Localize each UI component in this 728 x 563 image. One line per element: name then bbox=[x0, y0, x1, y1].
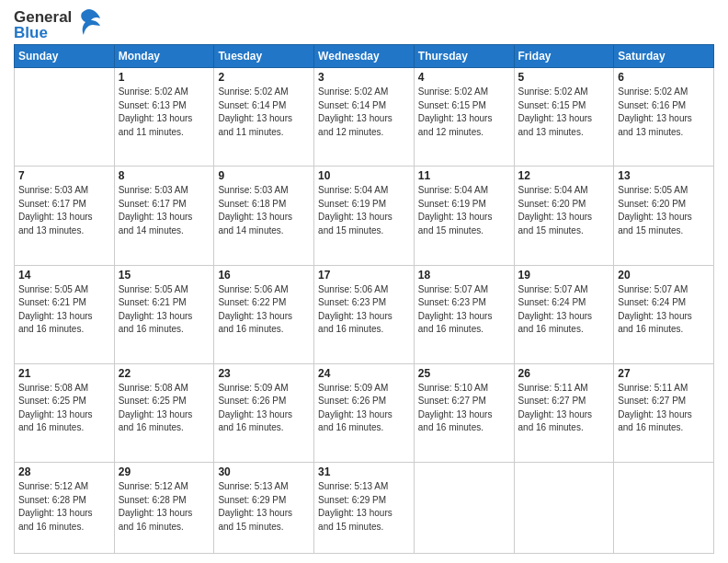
day-number: 19 bbox=[518, 269, 610, 282]
day-number: 17 bbox=[318, 269, 410, 282]
day-info: Sunrise: 5:07 AMSunset: 6:24 PMDaylight:… bbox=[618, 283, 710, 337]
day-number: 23 bbox=[218, 367, 310, 380]
calendar-cell: 15Sunrise: 5:05 AMSunset: 6:21 PMDayligh… bbox=[114, 265, 214, 363]
day-number: 6 bbox=[618, 71, 710, 84]
day-number: 14 bbox=[18, 269, 110, 282]
calendar-cell: 20Sunrise: 5:07 AMSunset: 6:24 PMDayligh… bbox=[614, 265, 714, 363]
day-number: 3 bbox=[318, 71, 410, 84]
day-info: Sunrise: 5:11 AMSunset: 6:27 PMDaylight:… bbox=[618, 382, 710, 435]
calendar-cell: 1Sunrise: 5:02 AMSunset: 6:13 PMDaylight… bbox=[114, 68, 214, 167]
day-number: 10 bbox=[318, 169, 410, 182]
day-number: 15 bbox=[119, 269, 210, 282]
calendar-cell: 9Sunrise: 5:03 AMSunset: 6:18 PMDaylight… bbox=[214, 167, 314, 265]
calendar-cell bbox=[15, 68, 115, 167]
day-info: Sunrise: 5:06 AMSunset: 6:22 PMDaylight:… bbox=[218, 283, 310, 337]
day-number: 26 bbox=[518, 367, 610, 380]
day-number: 7 bbox=[18, 169, 110, 182]
calendar-cell: 17Sunrise: 5:06 AMSunset: 6:23 PMDayligh… bbox=[314, 265, 415, 363]
calendar-cell: 3Sunrise: 5:02 AMSunset: 6:14 PMDaylight… bbox=[314, 68, 415, 167]
day-info: Sunrise: 5:05 AMSunset: 6:21 PMDaylight:… bbox=[119, 283, 210, 337]
calendar-cell: 19Sunrise: 5:07 AMSunset: 6:24 PMDayligh… bbox=[514, 265, 614, 363]
calendar-cell: 5Sunrise: 5:02 AMSunset: 6:15 PMDaylight… bbox=[514, 68, 614, 167]
calendar-cell: 29Sunrise: 5:12 AMSunset: 6:28 PMDayligh… bbox=[114, 463, 214, 554]
day-number: 20 bbox=[618, 269, 710, 282]
day-info: Sunrise: 5:12 AMSunset: 6:28 PMDaylight:… bbox=[119, 480, 210, 534]
day-number: 5 bbox=[518, 71, 610, 84]
day-number: 16 bbox=[218, 269, 310, 282]
calendar-cell: 12Sunrise: 5:04 AMSunset: 6:20 PMDayligh… bbox=[514, 167, 614, 265]
calendar-cell: 7Sunrise: 5:03 AMSunset: 6:17 PMDaylight… bbox=[15, 167, 115, 265]
day-number: 22 bbox=[119, 367, 210, 380]
calendar-cell: 21Sunrise: 5:08 AMSunset: 6:25 PMDayligh… bbox=[15, 363, 115, 462]
logo: General Blue bbox=[14, 9, 102, 40]
day-info: Sunrise: 5:03 AMSunset: 6:17 PMDaylight:… bbox=[119, 184, 210, 237]
day-info: Sunrise: 5:05 AMSunset: 6:20 PMDaylight:… bbox=[618, 184, 710, 237]
day-number: 28 bbox=[18, 465, 110, 478]
calendar-week-row: 14Sunrise: 5:05 AMSunset: 6:21 PMDayligh… bbox=[15, 265, 714, 363]
calendar-cell: 11Sunrise: 5:04 AMSunset: 6:19 PMDayligh… bbox=[414, 167, 514, 265]
calendar-cell: 23Sunrise: 5:09 AMSunset: 6:26 PMDayligh… bbox=[214, 363, 314, 462]
calendar-cell: 10Sunrise: 5:04 AMSunset: 6:19 PMDayligh… bbox=[314, 167, 415, 265]
calendar-cell: 24Sunrise: 5:09 AMSunset: 6:26 PMDayligh… bbox=[314, 363, 415, 462]
calendar-week-row: 1Sunrise: 5:02 AMSunset: 6:13 PMDaylight… bbox=[15, 68, 714, 167]
day-number: 4 bbox=[418, 71, 510, 84]
calendar-cell: 16Sunrise: 5:06 AMSunset: 6:22 PMDayligh… bbox=[214, 265, 314, 363]
day-info: Sunrise: 5:02 AMSunset: 6:14 PMDaylight:… bbox=[318, 86, 410, 139]
calendar-cell: 6Sunrise: 5:02 AMSunset: 6:16 PMDaylight… bbox=[614, 68, 714, 167]
col-header-thursday: Thursday bbox=[414, 45, 514, 68]
calendar-cell: 2Sunrise: 5:02 AMSunset: 6:14 PMDaylight… bbox=[214, 68, 314, 167]
calendar-cell: 31Sunrise: 5:13 AMSunset: 6:29 PMDayligh… bbox=[314, 463, 415, 554]
day-info: Sunrise: 5:09 AMSunset: 6:26 PMDaylight:… bbox=[218, 382, 310, 435]
day-info: Sunrise: 5:03 AMSunset: 6:18 PMDaylight:… bbox=[218, 184, 310, 237]
day-info: Sunrise: 5:04 AMSunset: 6:19 PMDaylight:… bbox=[418, 184, 510, 237]
calendar-cell bbox=[514, 463, 614, 554]
day-info: Sunrise: 5:13 AMSunset: 6:29 PMDaylight:… bbox=[318, 480, 410, 534]
day-number: 27 bbox=[618, 367, 710, 380]
day-info: Sunrise: 5:02 AMSunset: 6:14 PMDaylight:… bbox=[218, 86, 310, 139]
calendar-week-row: 7Sunrise: 5:03 AMSunset: 6:17 PMDaylight… bbox=[15, 167, 714, 265]
day-info: Sunrise: 5:02 AMSunset: 6:15 PMDaylight:… bbox=[418, 86, 510, 139]
calendar-week-row: 21Sunrise: 5:08 AMSunset: 6:25 PMDayligh… bbox=[15, 363, 714, 462]
col-header-monday: Monday bbox=[114, 45, 214, 68]
day-info: Sunrise: 5:08 AMSunset: 6:25 PMDaylight:… bbox=[119, 382, 210, 435]
day-number: 9 bbox=[218, 169, 310, 182]
col-header-saturday: Saturday bbox=[614, 45, 714, 68]
day-number: 31 bbox=[318, 465, 410, 478]
day-info: Sunrise: 5:12 AMSunset: 6:28 PMDaylight:… bbox=[18, 480, 110, 534]
calendar-cell: 18Sunrise: 5:07 AMSunset: 6:23 PMDayligh… bbox=[414, 265, 514, 363]
day-info: Sunrise: 5:06 AMSunset: 6:23 PMDaylight:… bbox=[318, 283, 410, 337]
page: General Blue SundayMondayTuesdayWednesda… bbox=[0, 0, 728, 563]
day-number: 8 bbox=[119, 169, 210, 182]
day-info: Sunrise: 5:09 AMSunset: 6:26 PMDaylight:… bbox=[318, 382, 410, 435]
logo-blue: Blue bbox=[14, 25, 72, 40]
day-number: 2 bbox=[218, 71, 310, 84]
calendar-cell: 28Sunrise: 5:12 AMSunset: 6:28 PMDayligh… bbox=[15, 463, 115, 554]
calendar-cell bbox=[414, 463, 514, 554]
calendar-cell: 27Sunrise: 5:11 AMSunset: 6:27 PMDayligh… bbox=[614, 363, 714, 462]
col-header-wednesday: Wednesday bbox=[314, 45, 415, 68]
day-info: Sunrise: 5:02 AMSunset: 6:15 PMDaylight:… bbox=[518, 86, 610, 139]
logo-bird-icon bbox=[76, 7, 102, 40]
logo-general: General bbox=[14, 9, 72, 25]
day-number: 30 bbox=[218, 465, 310, 478]
day-info: Sunrise: 5:07 AMSunset: 6:24 PMDaylight:… bbox=[518, 283, 610, 337]
calendar-header-row: SundayMondayTuesdayWednesdayThursdayFrid… bbox=[15, 45, 714, 68]
header: General Blue bbox=[14, 9, 714, 40]
calendar-cell: 26Sunrise: 5:11 AMSunset: 6:27 PMDayligh… bbox=[514, 363, 614, 462]
day-info: Sunrise: 5:07 AMSunset: 6:23 PMDaylight:… bbox=[418, 283, 510, 337]
day-info: Sunrise: 5:04 AMSunset: 6:20 PMDaylight:… bbox=[518, 184, 610, 237]
col-header-tuesday: Tuesday bbox=[214, 45, 314, 68]
calendar-cell bbox=[614, 463, 714, 554]
day-number: 25 bbox=[418, 367, 510, 380]
calendar-cell: 22Sunrise: 5:08 AMSunset: 6:25 PMDayligh… bbox=[114, 363, 214, 462]
day-number: 24 bbox=[318, 367, 410, 380]
day-number: 12 bbox=[518, 169, 610, 182]
day-number: 11 bbox=[418, 169, 510, 182]
calendar-cell: 13Sunrise: 5:05 AMSunset: 6:20 PMDayligh… bbox=[614, 167, 714, 265]
calendar-table: SundayMondayTuesdayWednesdayThursdayFrid… bbox=[14, 44, 714, 554]
calendar-cell: 30Sunrise: 5:13 AMSunset: 6:29 PMDayligh… bbox=[214, 463, 314, 554]
calendar-cell: 8Sunrise: 5:03 AMSunset: 6:17 PMDaylight… bbox=[114, 167, 214, 265]
calendar-cell: 4Sunrise: 5:02 AMSunset: 6:15 PMDaylight… bbox=[414, 68, 514, 167]
day-info: Sunrise: 5:02 AMSunset: 6:16 PMDaylight:… bbox=[618, 86, 710, 139]
day-info: Sunrise: 5:11 AMSunset: 6:27 PMDaylight:… bbox=[518, 382, 610, 435]
